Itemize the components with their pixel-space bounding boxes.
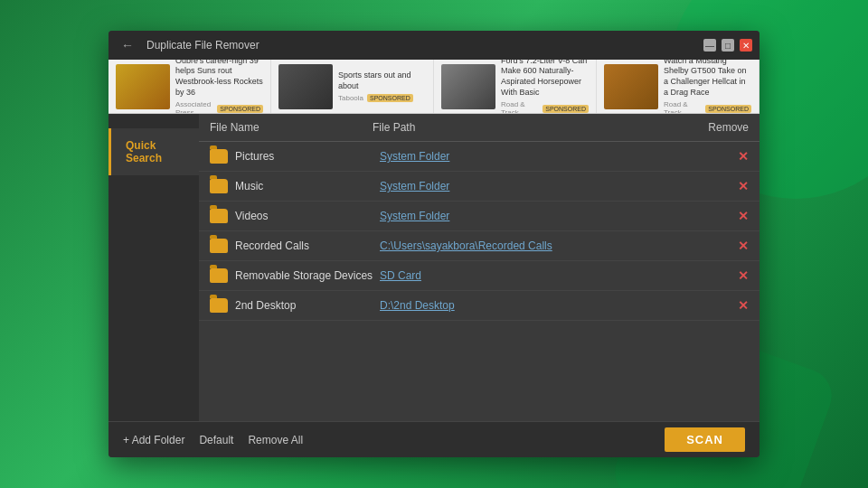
title-bar: ← Duplicate File Remover — □ ✕ xyxy=(108,31,760,60)
file-name: Music xyxy=(235,180,380,192)
folder-icon xyxy=(210,268,228,283)
ad-item-4[interactable]: Watch a Mustang Shelby GT500 Take on a C… xyxy=(597,60,760,113)
table-body: Pictures System Folder ✕ Music System Fo… xyxy=(199,142,760,421)
header-remove: Remove xyxy=(694,121,749,134)
remove-button[interactable]: ✕ xyxy=(694,239,749,253)
ad-text-3: Ford's 7.2-Liter V-8 Can Make 600 Natura… xyxy=(501,60,589,98)
remove-button[interactable]: ✕ xyxy=(694,298,749,313)
ad-item-3[interactable]: Ford's 7.2-Liter V-8 Can Make 600 Natura… xyxy=(434,60,597,113)
file-path[interactable]: System Folder xyxy=(380,210,694,222)
main-content: Quick Search File Name File Path Remove … xyxy=(108,114,760,421)
remove-button[interactable]: ✕ xyxy=(694,149,749,164)
scan-button[interactable]: SCAN xyxy=(665,427,745,452)
maximize-button[interactable]: □ xyxy=(722,39,734,52)
file-path[interactable]: System Folder xyxy=(380,150,694,163)
default-link[interactable]: Default xyxy=(199,434,233,446)
ad-item-2[interactable]: Sports stars out and about Taboola SPONS… xyxy=(271,60,434,113)
ad-text-1: Oubre's career-high 39 helps Suns rout W… xyxy=(175,60,263,98)
ad-source-1: Associated Press xyxy=(175,100,213,113)
file-path[interactable]: System Folder xyxy=(380,180,694,192)
remove-all-link[interactable]: Remove All xyxy=(248,434,303,446)
window-title: Duplicate File Remover xyxy=(146,39,259,52)
ad-text-2: Sports stars out and about xyxy=(338,70,426,91)
file-name: Recorded Calls xyxy=(235,239,380,252)
ad-sponsored-3: SPONSORED xyxy=(542,105,589,113)
title-bar-left: ← Duplicate File Remover xyxy=(116,36,259,54)
ad-sponsored-1: SPONSORED xyxy=(217,105,263,113)
ad-source-3: Road & Track xyxy=(501,100,539,113)
remove-button[interactable]: ✕ xyxy=(694,209,749,223)
ad-item-1[interactable]: Oubre's career-high 39 helps Suns rout W… xyxy=(108,60,271,113)
minimize-button[interactable]: — xyxy=(703,39,716,52)
folder-icon xyxy=(210,209,228,223)
header-filepath: File Path xyxy=(373,121,694,134)
header-filename: File Name xyxy=(210,121,373,134)
main-window: ← Duplicate File Remover — □ ✕ Oubre's c… xyxy=(108,31,760,457)
ad-source-2: Taboola xyxy=(338,94,363,102)
table-row: Removable Storage Devices SD Card ✕ xyxy=(199,261,760,291)
ad-content-3: Ford's 7.2-Liter V-8 Can Make 600 Natura… xyxy=(501,60,589,113)
bottom-actions: + Add Folder Default Remove All xyxy=(123,434,303,446)
folder-icon xyxy=(210,149,228,164)
file-path[interactable]: SD Card xyxy=(380,269,694,282)
table-header: File Name File Path Remove xyxy=(199,114,760,142)
ad-thumb-3 xyxy=(441,64,495,109)
table-row: Pictures System Folder ✕ xyxy=(199,142,760,172)
file-name: Pictures xyxy=(235,150,380,163)
file-path[interactable]: C:\Users\sayakbora\Recorded Calls xyxy=(380,239,694,252)
table-row: Recorded Calls C:\Users\sayakbora\Record… xyxy=(199,231,760,261)
table-row: Videos System Folder ✕ xyxy=(199,202,760,231)
ad-thumb-4 xyxy=(604,64,658,109)
ad-content-4: Watch a Mustang Shelby GT500 Take on a C… xyxy=(664,60,751,113)
remove-button[interactable]: ✕ xyxy=(694,179,749,193)
ad-sponsored-2: SPONSORED xyxy=(367,94,413,102)
folder-icon xyxy=(210,239,228,253)
window-controls: — □ ✕ xyxy=(703,39,752,52)
back-button[interactable]: ← xyxy=(116,36,139,54)
file-name: Videos xyxy=(235,210,380,222)
sidebar-item-quick-search[interactable]: Quick Search xyxy=(108,128,199,175)
ad-content-2: Sports stars out and about Taboola SPONS… xyxy=(338,70,426,102)
ad-thumb-1 xyxy=(116,64,170,109)
folder-icon xyxy=(210,179,228,193)
folder-icon xyxy=(210,298,228,313)
file-name: 2nd Desktop xyxy=(235,299,380,312)
ad-text-4: Watch a Mustang Shelby GT500 Take on a C… xyxy=(664,60,751,98)
ad-thumb-2 xyxy=(278,64,333,109)
close-button[interactable]: ✕ xyxy=(740,39,752,52)
ad-banner: Oubre's career-high 39 helps Suns rout W… xyxy=(108,60,760,114)
ad-sponsored-4: SPONSORED xyxy=(705,105,751,113)
table-row: 2nd Desktop D:\2nd Desktop ✕ xyxy=(199,291,760,321)
table-row: Music System Folder ✕ xyxy=(199,172,760,202)
file-path[interactable]: D:\2nd Desktop xyxy=(380,299,694,312)
sidebar: Quick Search xyxy=(108,114,199,421)
ad-source-4: Road & Track xyxy=(664,100,702,113)
file-name: Removable Storage Devices xyxy=(235,269,380,282)
bottom-bar: + Add Folder Default Remove All SCAN xyxy=(108,421,760,457)
remove-button[interactable]: ✕ xyxy=(694,268,749,283)
file-table-area: File Name File Path Remove Pictures Syst… xyxy=(199,114,760,421)
ad-content-1: Oubre's career-high 39 helps Suns rout W… xyxy=(175,60,263,113)
add-folder-link[interactable]: + Add Folder xyxy=(123,434,184,446)
